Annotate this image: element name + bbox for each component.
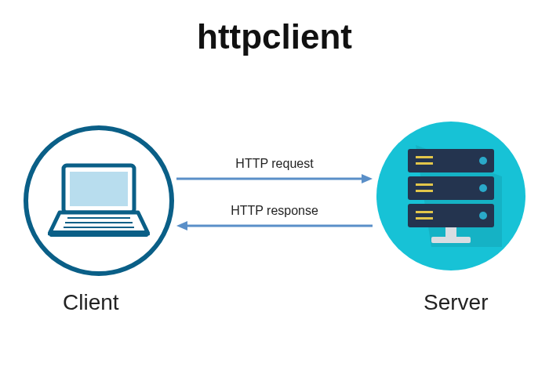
svg-rect-2	[49, 230, 148, 237]
svg-rect-14	[416, 217, 433, 220]
svg-rect-18	[445, 227, 456, 237]
svg-rect-10	[416, 162, 433, 165]
arrow-right-icon	[176, 172, 373, 185]
svg-point-15	[479, 157, 487, 165]
svg-marker-23	[176, 221, 187, 230]
svg-rect-12	[416, 190, 433, 192]
svg-point-16	[479, 184, 487, 192]
response-row: HTTP response	[176, 204, 373, 232]
diagram-title: httpclient	[0, 17, 549, 56]
svg-rect-11	[416, 183, 433, 186]
svg-point-17	[479, 212, 487, 220]
svg-rect-9	[416, 156, 433, 158]
svg-rect-13	[416, 211, 433, 213]
client-label: Client	[63, 290, 119, 315]
svg-marker-21	[362, 174, 373, 183]
client-circle	[24, 125, 174, 276]
server-label: Server	[424, 290, 488, 315]
arrow-left-icon	[176, 220, 373, 232]
server-circle	[376, 122, 525, 270]
server-icon	[392, 137, 510, 255]
svg-rect-19	[431, 237, 471, 243]
request-label: HTTP request	[176, 157, 373, 171]
request-row: HTTP request	[176, 157, 373, 185]
svg-rect-1	[70, 172, 128, 206]
laptop-icon	[48, 162, 150, 240]
response-label: HTTP response	[176, 204, 373, 218]
